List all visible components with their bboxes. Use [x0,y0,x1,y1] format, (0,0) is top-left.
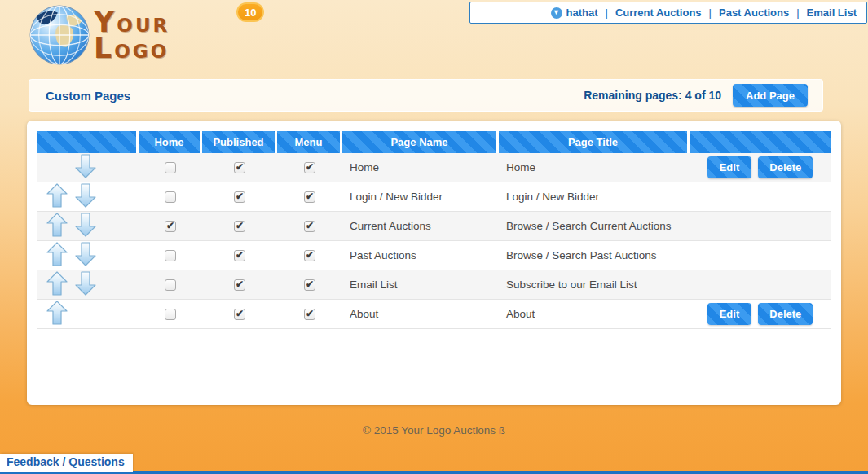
move-down-button[interactable] [75,242,96,266]
page-title-cell: Home [499,153,690,182]
published-checkbox[interactable] [234,279,245,291]
nav-past-auctions[interactable]: Past Auctions [719,7,789,19]
move-down-button[interactable] [75,213,96,237]
nav-separator: | [709,7,712,19]
actions-cell [690,270,831,300]
page-title-cell: Browse / Search Past Auctions [499,241,690,270]
page-name-cell: Home [342,153,499,182]
page-name-cell: Current Auctions [342,212,499,241]
arrow-up-icon [46,242,68,266]
top-nav: ▼ hathat | Current Auctions | Past Aucti… [469,2,867,24]
actions-cell: EditDelete [690,153,831,182]
table-row: Login / New BidderLogin / New Bidder [37,182,831,212]
published-checkbox[interactable] [234,309,245,320]
logo-text: YOUR LOGO [94,9,170,61]
reorder-cell [37,212,139,241]
header-published: Published [202,131,277,153]
notification-badge: 10 [236,2,264,22]
published-checkbox[interactable] [234,221,245,232]
table-row: HomeHomeEditDelete [37,153,831,182]
page-title-cell: About [499,300,690,329]
page-name-cell: Email List [342,270,499,300]
arrow-down-icon [75,154,96,178]
menu-cell [277,300,342,329]
reorder-cell [37,270,139,300]
actions-cell: EditDelete [690,300,831,329]
published-cell [202,241,277,270]
pages-panel: Home Published Menu Page Name Page Title… [27,121,841,405]
published-cell [202,270,277,300]
nav-email-list[interactable]: Email List [807,7,857,19]
home-cell [139,182,202,212]
move-up-button[interactable] [46,271,68,296]
move-up-button[interactable] [46,301,68,325]
home-cell [139,153,202,182]
actions-cell [690,182,831,212]
header-menu: Menu [277,131,342,153]
edit-button[interactable]: Edit [707,303,752,325]
move-down-button[interactable] [75,271,96,296]
page-title-cell: Subscribe to our Email List [499,270,690,300]
globe-icon [29,4,90,66]
move-up-button[interactable] [46,242,68,266]
actions-cell [690,241,831,270]
menu-checkbox[interactable] [304,309,315,320]
nav-current-auctions[interactable]: Current Auctions [615,7,702,19]
user-name: hathat [566,7,598,19]
table-row: AboutAboutEditDelete [37,300,831,329]
page-title: Custom Pages [46,89,130,103]
header-home: Home [139,131,202,153]
home-cell [139,300,202,329]
arrow-down-icon [75,242,96,266]
pages-table: Home Published Menu Page Name Page Title… [37,131,831,329]
home-checkbox[interactable] [165,162,176,173]
page: ▼ hathat | Current Auctions | Past Aucti… [0,0,868,474]
menu-cell [277,153,342,182]
home-checkbox[interactable] [165,191,176,203]
user-menu[interactable]: ▼ hathat [551,7,598,19]
published-cell [202,153,277,182]
footer-copyright: © 2015 Your Logo Auctions ß [0,424,868,437]
menu-checkbox[interactable] [304,221,315,232]
published-checkbox[interactable] [234,191,245,203]
table-row: Current AuctionsBrowse / Search Current … [37,212,831,241]
move-up-button[interactable] [46,183,68,208]
menu-checkbox[interactable] [304,279,315,291]
menu-cell [277,212,342,241]
add-page-button[interactable]: Add Page [733,84,808,107]
published-cell [202,300,277,329]
published-checkbox[interactable] [234,162,245,173]
home-cell [139,241,202,270]
header-page-name: Page Name [342,131,499,153]
published-checkbox[interactable] [234,250,245,261]
reorder-cell [37,241,139,270]
menu-checkbox[interactable] [304,162,315,173]
menu-checkbox[interactable] [304,191,315,203]
move-up-button[interactable] [46,213,68,237]
home-cell [139,212,202,241]
arrow-up-icon [46,301,68,325]
feedback-tab[interactable]: Feedback / Questions [0,454,133,472]
edit-button[interactable]: Edit [707,156,752,178]
page-name-cell: Past Auctions [342,241,499,270]
home-checkbox[interactable] [165,309,176,320]
logo[interactable]: YOUR LOGO [29,4,170,66]
page-name-cell: Login / New Bidder [342,182,499,212]
home-cell [139,270,202,300]
move-down-button[interactable] [75,183,96,208]
home-checkbox[interactable] [165,279,176,291]
delete-button[interactable]: Delete [758,156,813,178]
home-checkbox[interactable] [165,250,176,261]
published-cell [202,212,277,241]
move-down-button[interactable] [75,154,96,178]
table-row: Past AuctionsBrowse / Search Past Auctio… [37,241,831,270]
menu-checkbox[interactable] [304,250,315,261]
page-name-cell: About [342,300,499,329]
header-actions [690,131,831,153]
home-checkbox[interactable] [165,221,176,232]
menu-cell [277,241,342,270]
delete-button[interactable]: Delete [758,303,813,325]
arrow-up-icon [46,183,68,208]
arrow-up-icon [46,271,68,296]
arrow-down-icon [75,183,96,208]
